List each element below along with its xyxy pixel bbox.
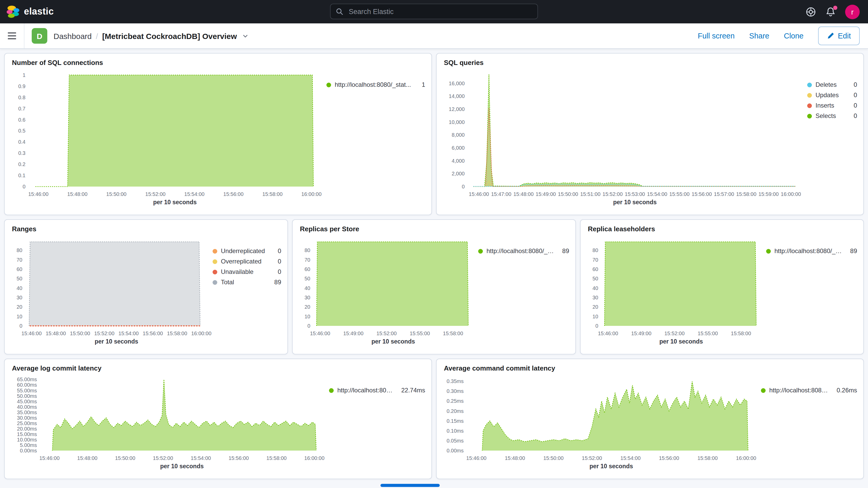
svg-text:2,000: 2,000 <box>452 171 465 177</box>
legend-value: 89 <box>562 247 569 255</box>
panel-number-of-sql-connections: Number of SQL connections 00.10.20.30.40… <box>4 53 432 215</box>
svg-text:15:51:00: 15:51:00 <box>580 191 600 197</box>
svg-text:50: 50 <box>17 276 22 281</box>
legend-item[interactable]: http://localhost:8080...0.26ms <box>761 387 857 394</box>
svg-text:15:54:00: 15:54:00 <box>191 455 211 461</box>
clone-button[interactable]: Clone <box>784 32 804 40</box>
legend-item[interactable]: http://localhost:808...22.74ms <box>329 387 425 394</box>
svg-text:15:46:00: 15:46:00 <box>598 331 618 336</box>
svg-text:10.00ms: 10.00ms <box>17 437 37 443</box>
svg-text:15:58:00: 15:58:00 <box>698 455 718 461</box>
panel-title: Ranges <box>11 225 281 234</box>
legend-item[interactable]: Total89 <box>213 279 281 286</box>
chart-canvas[interactable]: 0102030405060708015:46:0015:49:0015:52:0… <box>587 234 766 347</box>
chart-canvas[interactable]: 0.00ms5.00ms10.00ms15.00ms20.00ms25.00ms… <box>11 373 329 471</box>
chevron-down-icon[interactable] <box>242 33 248 39</box>
full-screen-button[interactable]: Full screen <box>698 32 735 40</box>
svg-text:40: 40 <box>592 285 598 291</box>
notifications-icon[interactable] <box>826 6 836 17</box>
legend-item[interactable]: http://localhost:8080/_sta...89 <box>478 247 569 255</box>
svg-text:60: 60 <box>592 266 598 272</box>
svg-text:10: 10 <box>592 314 598 319</box>
breadcrumb-separator: / <box>96 31 98 40</box>
svg-text:50: 50 <box>305 276 310 281</box>
legend-item[interactable]: Inserts0 <box>807 102 857 109</box>
legend-label: Updates <box>815 91 847 99</box>
svg-text:10: 10 <box>305 314 310 319</box>
chart-canvas[interactable]: 00.10.20.30.40.50.60.70.80.9115:46:0015:… <box>11 67 327 207</box>
svg-text:15:56:00: 15:56:00 <box>659 455 679 461</box>
svg-text:80: 80 <box>17 247 22 253</box>
svg-text:0.9: 0.9 <box>18 84 26 89</box>
svg-text:0: 0 <box>23 184 26 189</box>
legend-item[interactable]: Underreplicated0 <box>213 247 281 255</box>
svg-text:14,000: 14,000 <box>449 93 465 99</box>
chart-canvas[interactable]: 0.00ms0.05ms0.10ms0.15ms0.20ms0.25ms0.30… <box>443 373 761 471</box>
legend-item[interactable]: http://localhost:8080/_sta...89 <box>766 247 857 255</box>
legend-item[interactable]: http://localhost:8080/_stat...1 <box>327 81 425 88</box>
svg-text:15:55:00: 15:55:00 <box>669 191 689 197</box>
legend-swatch-icon <box>213 270 217 274</box>
svg-text:15:48:00: 15:48:00 <box>67 191 88 197</box>
chart-canvas[interactable]: 0102030405060708015:46:0015:48:0015:50:0… <box>11 234 213 347</box>
legend-label: Underreplicated <box>221 247 271 255</box>
legend-item[interactable]: Selects0 <box>807 112 857 120</box>
svg-text:0.35ms: 0.35ms <box>446 378 464 384</box>
svg-text:15:59:00: 15:59:00 <box>758 191 779 197</box>
legend-label: Inserts <box>815 102 847 109</box>
chart-canvas[interactable]: 0102030405060708015:46:0015:49:0015:52:0… <box>299 234 478 347</box>
svg-text:0.10ms: 0.10ms <box>446 428 464 434</box>
search-input[interactable] <box>348 7 532 16</box>
svg-text:15:53:00: 15:53:00 <box>625 191 645 197</box>
svg-text:15:48:00: 15:48:00 <box>513 191 533 197</box>
svg-text:70: 70 <box>17 257 22 263</box>
svg-text:per 10 seconds: per 10 seconds <box>371 338 415 345</box>
svg-text:15:46:00: 15:46:00 <box>21 331 41 336</box>
svg-text:15:50:00: 15:50:00 <box>70 331 90 336</box>
elastic-logo-icon[interactable] <box>6 5 20 19</box>
share-button[interactable]: Share <box>749 32 769 40</box>
legend-value: 0 <box>854 91 857 99</box>
svg-text:15:49:00: 15:49:00 <box>536 191 556 197</box>
legend-swatch-icon <box>807 103 812 108</box>
breadcrumb-dashboard[interactable]: Dashboard <box>54 31 92 40</box>
legend-value: 0 <box>278 258 281 265</box>
legend-label: Deletes <box>815 81 847 88</box>
chart-legend: http://localhost:8080...0.26ms <box>761 373 857 471</box>
toolbar-actions: Full screen Share Clone Edit <box>698 27 868 45</box>
help-icon[interactable] <box>806 6 816 17</box>
dashboard-toolbar: D Dashboard / [Metricbeat CockroachDB] O… <box>0 23 868 49</box>
svg-text:15:52:00: 15:52:00 <box>602 191 623 197</box>
svg-text:15:50:00: 15:50:00 <box>115 455 135 461</box>
menu-icon[interactable] <box>0 23 24 48</box>
panel-average-log-commit-latency: Average log commit latency 0.00ms5.00ms1… <box>4 359 432 479</box>
svg-text:0.7: 0.7 <box>18 106 26 112</box>
legend-item[interactable]: Updates0 <box>807 91 857 99</box>
legend-value: 0.26ms <box>837 387 857 394</box>
legend-item[interactable]: Deletes0 <box>807 81 857 88</box>
space-avatar[interactable]: D <box>32 28 47 44</box>
svg-text:40: 40 <box>305 285 310 291</box>
horizontal-scrollbar-thumb[interactable] <box>380 484 440 487</box>
svg-text:15:47:00: 15:47:00 <box>491 191 512 197</box>
legend-value: 89 <box>274 279 281 286</box>
svg-text:0: 0 <box>595 323 598 329</box>
legend-value: 0 <box>278 247 281 255</box>
chart-legend: Underreplicated0Overreplicated0Unavailab… <box>213 234 281 347</box>
user-avatar[interactable]: r <box>845 4 860 19</box>
legend-item[interactable]: Unavailable0 <box>213 268 281 275</box>
legend-item[interactable]: Overreplicated0 <box>213 258 281 265</box>
edit-button[interactable]: Edit <box>818 27 860 45</box>
svg-text:15:52:00: 15:52:00 <box>664 331 684 336</box>
svg-text:30: 30 <box>592 295 598 300</box>
legend-value: 22.74ms <box>401 387 425 394</box>
legend-label: http://localhost:8080... <box>769 387 830 394</box>
svg-text:16,000: 16,000 <box>449 81 465 86</box>
chart-canvas[interactable]: 02,0004,0006,0008,00010,00012,00014,0001… <box>443 67 807 207</box>
svg-text:10: 10 <box>17 314 22 319</box>
global-search[interactable] <box>330 4 538 19</box>
svg-text:per 10 seconds: per 10 seconds <box>613 199 656 206</box>
svg-text:15:48:00: 15:48:00 <box>77 455 97 461</box>
svg-text:0: 0 <box>462 184 465 189</box>
svg-text:15:54:00: 15:54:00 <box>119 331 139 336</box>
